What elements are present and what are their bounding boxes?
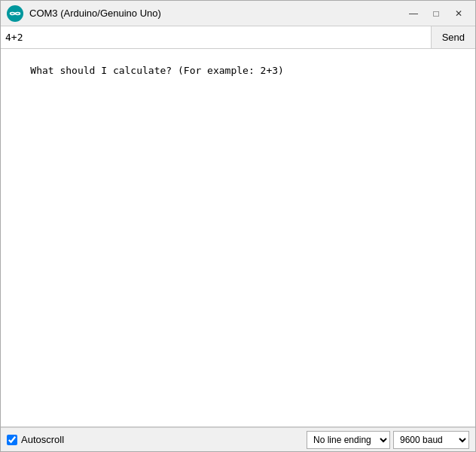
status-bar: Autoscroll No line ending Newline Carria… [1,427,475,451]
title-bar: COM3 (Arduino/Genuino Uno) — □ ✕ [1,1,475,26]
window-controls: — □ ✕ [403,5,469,22]
autoscroll-label[interactable]: Autoscroll [21,434,64,445]
autoscroll-checkbox[interactable] [7,435,17,445]
input-row: Send [1,26,475,49]
status-bar-right: No line ending Newline Carriage return B… [307,431,469,449]
arduino-logo [7,5,23,22]
autoscroll-container: Autoscroll [7,434,64,445]
serial-output-text: What should I calculate? (For example: 2… [30,65,284,76]
send-button[interactable]: Send [431,26,475,48]
serial-input[interactable] [1,26,431,48]
serial-monitor-window: COM3 (Arduino/Genuino Uno) — □ ✕ Send Wh… [0,0,476,452]
line-ending-select[interactable]: No line ending Newline Carriage return B… [307,431,390,449]
serial-output: What should I calculate? (For example: 2… [1,49,475,427]
baud-rate-select[interactable]: 300 baud 1200 baud 2400 baud 4800 baud 9… [393,431,469,449]
close-button[interactable]: ✕ [448,5,469,22]
minimize-button[interactable]: — [403,5,424,22]
window-title: COM3 (Arduino/Genuino Uno) [29,8,403,19]
maximize-button[interactable]: □ [426,5,447,22]
